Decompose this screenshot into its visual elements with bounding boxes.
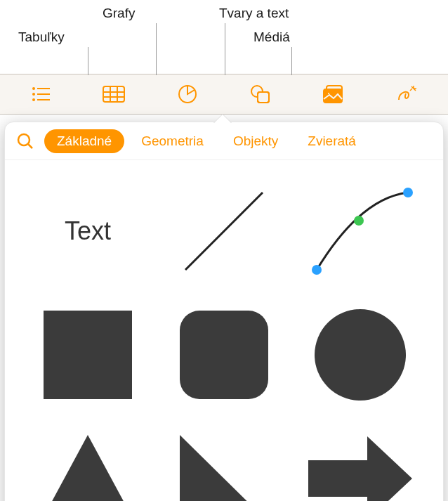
svg-point-22 [403, 188, 413, 197]
tables-icon [102, 84, 126, 104]
shapes-icon [249, 84, 272, 105]
callout-shapes-text: Tvary a text [219, 6, 289, 21]
tab-objects[interactable]: Objekty [220, 129, 291, 153]
charts-button[interactable] [151, 74, 224, 114]
svg-point-23 [354, 216, 364, 226]
svg-rect-24 [44, 311, 132, 399]
shapes-button[interactable] [224, 74, 297, 114]
svg-line-19 [28, 144, 32, 148]
callout-line [156, 23, 157, 75]
triangle-icon [35, 429, 140, 501]
search-button[interactable] [12, 132, 39, 150]
svg-rect-13 [258, 92, 269, 103]
svg-point-26 [315, 309, 406, 401]
shape-arrow-right[interactable] [301, 426, 419, 501]
svg-marker-29 [308, 436, 412, 501]
callout-region: Tabuľky Grafy Tvary a text Médiá [0, 0, 448, 74]
outline-button[interactable] [4, 74, 77, 114]
callout-tables: Tabuľky [18, 30, 65, 45]
svg-point-18 [18, 134, 29, 145]
rounded-square-icon [171, 302, 277, 408]
media-icon [322, 84, 345, 105]
shapes-popover: Základné Geometria Objekty Zvieratá Text [4, 122, 444, 501]
charts-icon [177, 84, 198, 105]
shape-square[interactable] [29, 302, 147, 408]
shape-triangle[interactable] [29, 426, 147, 501]
callout-media: Médiá [253, 30, 290, 45]
svg-rect-25 [180, 311, 268, 399]
shape-curve[interactable] [301, 178, 419, 284]
svg-point-4 [32, 98, 35, 101]
shape-text[interactable]: Text [29, 178, 147, 284]
category-tabs: Základné Geometria Objekty Zvieratá [44, 129, 436, 153]
callout-line [291, 47, 292, 75]
media-button[interactable] [297, 74, 370, 114]
shape-line[interactable] [165, 178, 283, 284]
category-bar: Základné Geometria Objekty Zvieratá [5, 122, 443, 160]
tables-button[interactable] [77, 74, 150, 114]
svg-point-21 [312, 265, 322, 275]
square-icon [35, 302, 140, 408]
svg-marker-27 [41, 435, 135, 501]
svg-line-20 [185, 193, 263, 270]
shape-rounded-square[interactable] [165, 302, 283, 408]
tab-basic[interactable]: Základné [44, 129, 124, 153]
tab-geometry[interactable]: Geometria [129, 129, 216, 153]
shape-circle[interactable] [301, 302, 419, 408]
line-icon [171, 178, 277, 284]
shapes-grid: Text [5, 160, 443, 501]
draw-icon [396, 84, 419, 105]
curve-icon [304, 178, 416, 284]
search-icon [16, 132, 34, 150]
callout-line [225, 23, 225, 75]
tab-animals[interactable]: Zvieratá [295, 129, 369, 153]
svg-point-0 [32, 87, 35, 90]
svg-marker-28 [180, 435, 268, 501]
shape-text-label: Text [65, 216, 111, 246]
shape-right-triangle[interactable] [165, 426, 283, 501]
right-triangle-icon [171, 429, 277, 501]
outline-icon [30, 84, 51, 104]
callout-charts: Grafy [103, 6, 135, 21]
arrow-right-icon [304, 429, 416, 501]
svg-point-2 [32, 93, 35, 96]
shapes-popover-container: Základné Geometria Objekty Zvieratá Text [0, 122, 448, 501]
draw-button[interactable] [371, 74, 444, 114]
callout-line [88, 47, 88, 75]
popover-arrow [214, 115, 231, 123]
circle-icon [308, 302, 413, 408]
svg-rect-6 [103, 86, 124, 102]
toolbar [0, 74, 448, 115]
